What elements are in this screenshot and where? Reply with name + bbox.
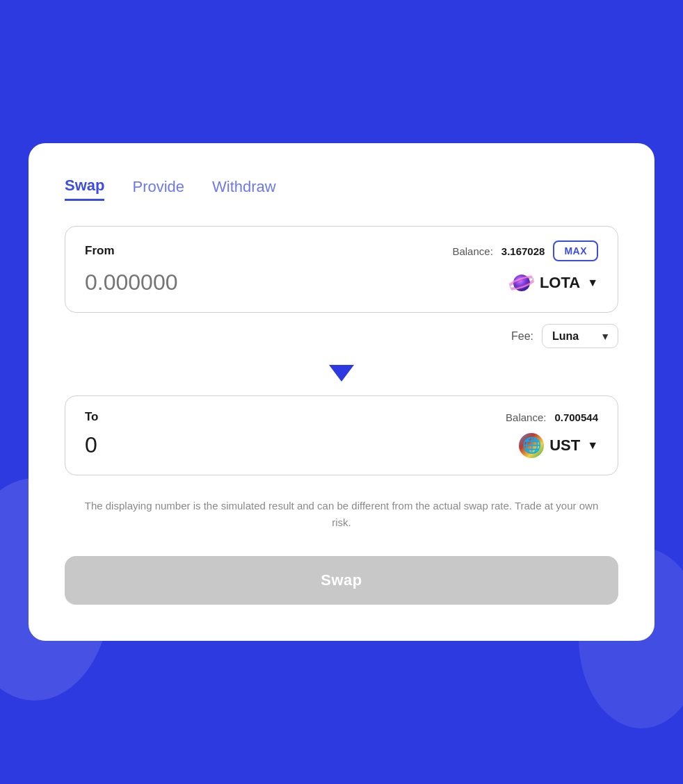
disclaimer-text: The displaying number is the simulated r…	[65, 498, 618, 531]
fee-select-wrapper[interactable]: Luna UST ▼	[542, 324, 618, 348]
swap-direction-arrow[interactable]	[65, 359, 618, 387]
to-balance-area: Balance: 0.700544	[506, 411, 598, 423]
tab-swap[interactable]: Swap	[65, 177, 104, 201]
to-label: To	[85, 410, 99, 424]
fee-select[interactable]: Luna UST	[542, 324, 618, 348]
lota-icon	[509, 270, 534, 295]
swap-button[interactable]: Swap	[65, 556, 618, 605]
from-balance-prefix: Balance:	[452, 245, 492, 257]
tab-withdraw[interactable]: Withdraw	[212, 177, 276, 201]
tab-provide[interactable]: Provide	[132, 177, 184, 201]
to-box: To Balance: 0.700544 0 🌐 UST ▼	[65, 395, 618, 475]
to-token-name: UST	[549, 436, 580, 455]
from-balance-value: 3.167028	[501, 245, 545, 257]
ust-icon: 🌐	[519, 433, 544, 458]
from-token-chevron: ▼	[587, 277, 598, 289]
to-amount-value: 0	[85, 432, 97, 458]
tab-bar: Swap Provide Withdraw	[65, 177, 618, 201]
down-arrow-icon[interactable]	[329, 365, 354, 382]
from-label: From	[85, 244, 115, 258]
max-button[interactable]: MAX	[553, 240, 598, 261]
to-balance-prefix: Balance:	[506, 411, 546, 423]
from-token-name: LOTA	[540, 274, 580, 292]
from-balance-area: Balance: 3.167028 MAX	[452, 240, 598, 261]
fee-label: Fee:	[511, 330, 533, 343]
to-token-selector[interactable]: 🌐 UST ▼	[519, 433, 598, 458]
from-amount-input[interactable]	[85, 270, 259, 295]
to-balance-value: 0.700544	[554, 411, 598, 423]
main-card: Swap Provide Withdraw From Balance: 3.16…	[29, 143, 654, 641]
fee-row: Fee: Luna UST ▼	[65, 324, 618, 348]
from-box: From Balance: 3.167028 MAX	[65, 226, 618, 313]
from-token-selector[interactable]: LOTA ▼	[509, 270, 598, 295]
to-token-chevron: ▼	[587, 439, 598, 452]
